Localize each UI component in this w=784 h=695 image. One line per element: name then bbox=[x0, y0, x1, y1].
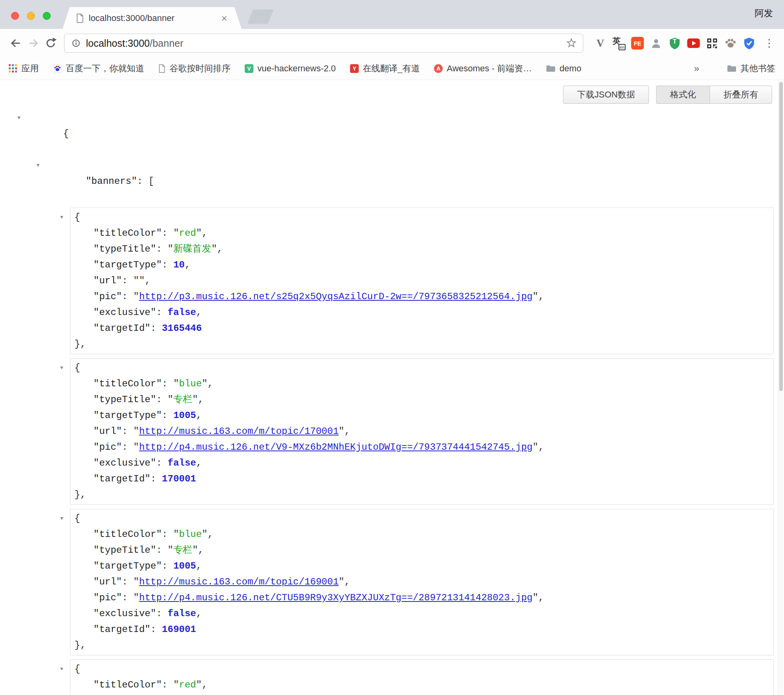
json-line: "titleColor": "red", bbox=[70, 225, 773, 241]
url-bar[interactable]: localhost:3000/banner bbox=[64, 34, 583, 53]
json-key: "pic" bbox=[93, 291, 122, 302]
back-button[interactable] bbox=[7, 34, 25, 52]
youdao-icon: Y bbox=[350, 64, 359, 73]
collapse-triangle-icon[interactable]: ▼ bbox=[17, 110, 21, 126]
bookmark-google-sort[interactable]: 谷歌按时间排序 bbox=[158, 63, 230, 74]
collapse-triangle-icon[interactable]: ▼ bbox=[60, 511, 63, 527]
json-url-link[interactable]: http://music.163.com/m/topic/169001 bbox=[139, 577, 339, 587]
json-url-link[interactable]: http://p4.music.126.net/V9-MXz6b2MNhEKju… bbox=[139, 442, 533, 453]
bookmark-star-icon[interactable] bbox=[565, 37, 577, 49]
vue-icon: V bbox=[245, 64, 253, 73]
folder-icon bbox=[546, 65, 556, 73]
json-key: "typeTitle" bbox=[93, 244, 156, 254]
bookmark-baidu[interactable]: 百度一下，你就知道 bbox=[53, 63, 144, 74]
translate-extension-icon[interactable]: 英 en bbox=[612, 36, 626, 50]
json-line: "pic": "http://p4.music.126.net/CTU5B9R9… bbox=[70, 590, 773, 606]
json-array-items: ▼{"titleColor": "red","typeTitle": "新碟首发… bbox=[0, 208, 784, 695]
tab-close-icon[interactable]: × bbox=[221, 13, 228, 23]
json-line: "targetId": 3165446 bbox=[70, 321, 773, 336]
extensions-row: V 英 en FE T bbox=[594, 36, 756, 50]
bookmark-youdao-translate[interactable]: Y 在线翻译_有道 bbox=[350, 63, 420, 74]
json-key: "url" bbox=[93, 577, 122, 587]
new-tab-button[interactable] bbox=[247, 10, 274, 24]
json-line: "exclusive": false, bbox=[70, 606, 773, 622]
json-line: "targetType": 10, bbox=[70, 257, 773, 273]
json-number-value: 10 bbox=[173, 260, 185, 270]
url-text[interactable]: localhost:3000/banner bbox=[86, 38, 561, 49]
collapse-all-button[interactable]: 折叠所有 bbox=[710, 86, 772, 104]
json-boolean-value: false bbox=[167, 458, 196, 468]
security-shield-extension-icon[interactable] bbox=[742, 36, 756, 50]
collapse-triangle-icon[interactable]: ▼ bbox=[60, 661, 63, 677]
json-line: "url": "http://music.163.com/m/topic/170… bbox=[70, 424, 773, 439]
bookmark-apps[interactable]: 应用 bbox=[9, 63, 39, 74]
url-host: localhost:3000 bbox=[86, 38, 150, 49]
paw-extension-icon[interactable] bbox=[724, 36, 737, 50]
page-info-icon[interactable] bbox=[70, 37, 82, 49]
format-button[interactable]: 格式化 bbox=[656, 86, 710, 104]
fehelper-extension-icon[interactable]: FE bbox=[631, 36, 644, 50]
bookmarks-overflow-chevron[interactable]: » bbox=[694, 63, 699, 74]
json-url-link[interactable]: http://p4.music.126.net/CTU5B9R9y3XyYBZX… bbox=[139, 592, 533, 603]
json-key: "pic" bbox=[93, 592, 122, 603]
json-url-link[interactable]: http://p3.music.126.net/s25q2x5QyqsAzilC… bbox=[139, 291, 533, 302]
json-object-box: ▼{"titleColor": "red","typeTitle": "新碟首发… bbox=[70, 208, 774, 354]
json-viewer: ▼{ ▼"banners": [ ▼{"titleColor": "red","… bbox=[0, 110, 784, 695]
json-number-value: 3165446 bbox=[162, 323, 202, 334]
json-key: "typeTitle" bbox=[93, 545, 156, 556]
collapse-triangle-icon[interactable]: ▼ bbox=[60, 360, 63, 376]
vimium-extension-icon[interactable]: V bbox=[594, 36, 607, 50]
browser-tab[interactable]: localhost:3000/banner × bbox=[63, 7, 242, 29]
json-number-value: 1005 bbox=[173, 410, 196, 421]
qrcode-extension-icon[interactable] bbox=[705, 36, 719, 50]
people-extension-icon[interactable] bbox=[649, 36, 663, 50]
json-key: "targetType" bbox=[93, 260, 162, 270]
json-object-open: ▼{ bbox=[70, 661, 773, 677]
json-url-link[interactable]: http://music.163.com/m/topic/170001 bbox=[139, 426, 339, 437]
json-object-open: ▼{ bbox=[70, 511, 773, 527]
json-key: "pic" bbox=[93, 442, 122, 453]
json-line: "typeTitle": "歌单", bbox=[70, 693, 773, 695]
page-scrollbar[interactable] bbox=[778, 80, 784, 695]
zoom-window-button[interactable] bbox=[43, 12, 51, 20]
profile-name[interactable]: 阿发 bbox=[755, 7, 773, 19]
json-key: "targetId" bbox=[93, 474, 150, 484]
collapse-triangle-icon[interactable]: ▼ bbox=[60, 210, 63, 225]
json-object-open: ▼{ bbox=[70, 360, 773, 376]
json-key: "titleColor" bbox=[93, 680, 162, 690]
json-key: "targetType" bbox=[93, 561, 162, 571]
json-object-open: ▼{ bbox=[70, 210, 773, 225]
browser-menu-icon[interactable]: ⋮ bbox=[764, 38, 774, 49]
page-icon bbox=[158, 64, 166, 73]
youtube-extension-icon[interactable] bbox=[687, 36, 700, 50]
json-key: "titleColor" bbox=[93, 378, 162, 389]
json-key: "targetType" bbox=[93, 410, 162, 421]
navigation-bar: localhost:3000/banner V 英 en FE T bbox=[0, 29, 784, 57]
json-line: "targetId": 170001 bbox=[70, 471, 773, 487]
json-string-value: red bbox=[179, 228, 196, 239]
minimize-window-button[interactable] bbox=[27, 12, 35, 20]
close-window-button[interactable] bbox=[11, 12, 19, 20]
json-key: "exclusive" bbox=[93, 458, 156, 468]
bookmark-awesomes[interactable]: A Awesomes - 前端资… bbox=[434, 63, 532, 74]
traffic-lights bbox=[11, 12, 51, 20]
json-line: "pic": "http://p4.music.126.net/V9-MXz6b… bbox=[70, 439, 773, 455]
download-json-button[interactable]: 下载JSON数据 bbox=[563, 86, 649, 104]
collapse-triangle-icon[interactable]: ▼ bbox=[36, 158, 40, 174]
json-string-value: 新碟首发 bbox=[173, 244, 211, 254]
bookmark-folder-demo[interactable]: demo bbox=[546, 63, 581, 74]
json-line: "exclusive": false, bbox=[70, 305, 773, 321]
titlebar: localhost:3000/banner × 阿发 bbox=[0, 0, 784, 29]
other-bookmarks[interactable]: 其他书签 bbox=[727, 63, 775, 74]
baidu-paw-icon bbox=[53, 64, 62, 73]
bookmark-vue-hackernews[interactable]: V vue-hackernews-2.0 bbox=[245, 63, 336, 74]
json-key: "exclusive" bbox=[93, 608, 156, 619]
json-boolean-value: false bbox=[167, 307, 196, 318]
awesomes-icon: A bbox=[434, 64, 443, 73]
reload-button[interactable] bbox=[42, 34, 59, 52]
json-object-close: }, bbox=[70, 638, 773, 653]
shield-t-extension-icon[interactable]: T bbox=[668, 36, 681, 50]
json-line: "targetId": 169001 bbox=[70, 622, 773, 638]
scrollbar-thumb[interactable] bbox=[779, 82, 783, 391]
forward-button[interactable] bbox=[25, 34, 42, 52]
